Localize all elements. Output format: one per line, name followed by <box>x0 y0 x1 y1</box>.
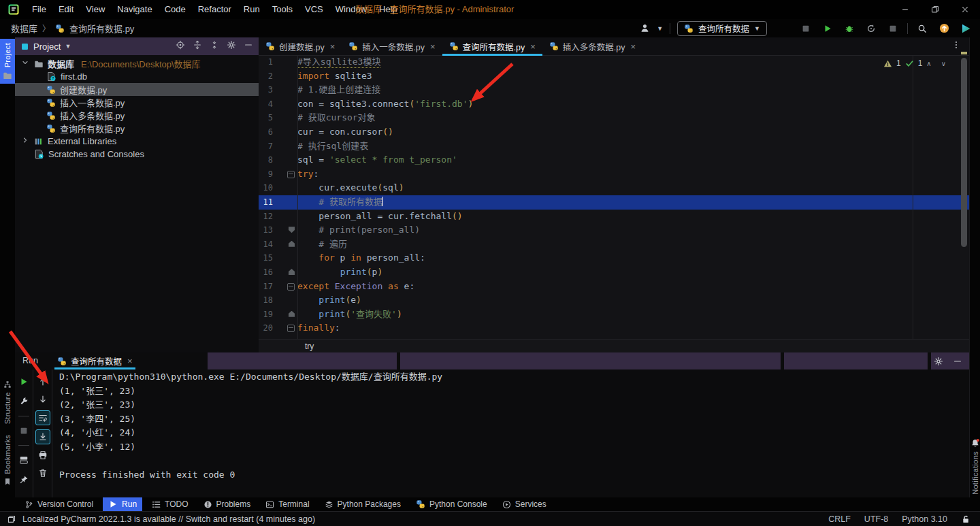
prev-occurrence-button[interactable] <box>36 375 50 389</box>
run-button[interactable] <box>820 24 835 33</box>
next-occurrence-button[interactable] <box>36 393 50 406</box>
code-line[interactable]: 11 # 获取所有数据 <box>259 195 969 210</box>
expand-all-icon[interactable] <box>193 40 202 52</box>
code-line[interactable]: 19 print('查询失败') <box>259 308 969 322</box>
code-line[interactable]: 12 person_all = cur.fetchall() <box>259 210 969 224</box>
chevron-down-icon[interactable] <box>20 59 30 69</box>
code-line[interactable]: 2import sqlite3 <box>259 69 969 84</box>
status-widget[interactable]: UTF-8 <box>864 514 888 524</box>
close-icon[interactable]: × <box>430 42 436 52</box>
toolwindow-button-run[interactable]: Run <box>103 497 142 511</box>
pin-button[interactable] <box>17 473 31 487</box>
breadcrumb[interactable]: 数据库〉查询所有数据.py <box>11 22 134 35</box>
console-line[interactable]: D:\Program\python310\python.exe E:/Docum… <box>59 370 969 384</box>
menu-vcs[interactable]: VCS <box>299 0 329 19</box>
toolwindow-button-todo[interactable]: TODO <box>146 497 193 511</box>
sidebar-item-bookmarks[interactable]: Bookmarks <box>0 431 15 497</box>
tree-item[interactable]: 插入多条数据.py <box>15 109 259 122</box>
chevron-right-icon[interactable] <box>20 136 30 146</box>
sidebar-item-notifications[interactable]: Notifications <box>970 434 980 505</box>
kebab-menu-icon[interactable] <box>943 40 969 52</box>
close-icon[interactable]: × <box>127 356 133 366</box>
console-line[interactable]: (1, '张三', 23) <box>59 384 969 399</box>
search-everywhere-button[interactable] <box>915 24 930 33</box>
editor-breadcrumbs[interactable]: try <box>259 339 969 352</box>
user-icon[interactable] <box>640 23 650 33</box>
tree-item[interactable]: 数据库E:\Documents\Desktop\数据库 <box>15 57 259 70</box>
status-widget[interactable]: CRLF <box>828 514 851 524</box>
close-icon[interactable]: × <box>530 42 536 52</box>
toolwindow-button-services[interactable]: Services <box>497 497 552 511</box>
code-editor[interactable]: 1#导入sqllite3模块2import sqlite33# 1.硬盘上创建连… <box>259 55 969 340</box>
menu-code[interactable]: Code <box>159 0 192 19</box>
code-line[interactable]: 4con = sqlite3.connect('first.db') <box>259 97 969 112</box>
menu-run[interactable]: Run <box>238 0 266 19</box>
close-icon[interactable]: × <box>330 42 336 52</box>
next-problem-chevron-icon[interactable]: ∨ <box>941 60 946 67</box>
fold-marker-icon[interactable] <box>287 325 295 332</box>
menu-navigate[interactable]: Navigate <box>111 0 158 19</box>
profiler-button[interactable] <box>864 24 879 33</box>
stop-process-button[interactable] <box>885 24 900 33</box>
toolwindow-button-problems[interactable]: Problems <box>198 497 257 511</box>
minimize-button[interactable] <box>890 0 920 19</box>
minimize-icon[interactable] <box>953 357 962 366</box>
code-line[interactable]: 16 print(p) <box>259 265 969 280</box>
code-line[interactable]: 15 for p in person_all: <box>259 251 969 265</box>
sidebar-item-structure[interactable]: Structure <box>0 376 15 433</box>
toolwindow-button-version-control[interactable]: Version Control <box>19 497 99 511</box>
menu-view[interactable]: View <box>80 0 111 19</box>
code-line[interactable]: 7# 执行sql创建表 <box>259 139 969 154</box>
menu-file[interactable]: File <box>26 0 52 19</box>
status-widget[interactable]: Python 3.10 <box>902 514 947 524</box>
stop-button[interactable] <box>798 24 813 33</box>
tree-item[interactable]: 插入一条数据.py <box>15 96 259 109</box>
run-tab[interactable]: 查询所有数据 × <box>54 352 135 369</box>
stop-button[interactable] <box>17 424 31 438</box>
ide-feature-button[interactable] <box>958 23 973 34</box>
console-line[interactable]: (4, '小红', 24) <box>59 426 969 440</box>
layout-button[interactable] <box>17 453 31 467</box>
console-line[interactable] <box>59 454 969 468</box>
soft-wrap-toggle[interactable] <box>35 410 50 425</box>
breadcrumb-item-try[interactable]: try <box>305 342 314 351</box>
menu-refactor[interactable]: Refactor <box>192 0 238 19</box>
status-message[interactable]: Localized PyCharm 2022.1.3 is available … <box>22 514 315 524</box>
fold-marker-icon[interactable] <box>287 171 295 178</box>
code-line[interactable]: 14 # 遍历 <box>259 237 969 252</box>
code-line[interactable]: 5# 获取cursor对象 <box>259 111 969 125</box>
tree-item[interactable]: Scratches and Consoles <box>15 148 259 161</box>
console-line[interactable]: (3, '李四', 25) <box>59 412 969 427</box>
close-icon[interactable]: × <box>631 42 636 52</box>
chevron-down-icon[interactable]: ▼ <box>65 43 71 50</box>
inspections-widget[interactable]: 1 1 ∧ ∨ <box>883 59 946 68</box>
menu-edit[interactable]: Edit <box>52 0 80 19</box>
print-button[interactable] <box>36 448 50 462</box>
editor-tab[interactable]: 创建数据.py× <box>259 37 342 55</box>
project-panel-title[interactable]: Project <box>33 42 61 52</box>
code-line[interactable]: 1#导入sqllite3模块 <box>259 55 969 69</box>
fold-marker-icon[interactable] <box>289 311 295 317</box>
run-console-output[interactable]: D:\Program\python310\python.exe E:/Docum… <box>52 369 969 497</box>
toolwindow-button-terminal[interactable]: Terminal <box>260 497 314 511</box>
console-line[interactable]: (2, '张三', 23) <box>59 398 969 412</box>
menu-tools[interactable]: Tools <box>266 0 299 19</box>
breadcrumb-item[interactable]: 数据库 <box>11 22 37 35</box>
editor-tab[interactable]: 插入一条数据.py× <box>342 37 442 55</box>
update-button[interactable] <box>936 23 951 33</box>
code-line[interactable]: 8sql = 'select * from t_person' <box>259 153 969 167</box>
locate-icon[interactable] <box>176 40 185 52</box>
tree-item[interactable]: 查询所有数据.py <box>15 122 259 135</box>
code-line[interactable]: 9try: <box>259 167 969 182</box>
fold-marker-icon[interactable] <box>289 227 295 233</box>
tree-item[interactable]: 创建数据.py <box>15 83 259 96</box>
chevron-down-icon[interactable]: ▼ <box>657 25 663 32</box>
fold-marker-icon[interactable] <box>289 269 295 275</box>
console-line[interactable]: Process finished with exit code 0 <box>59 468 969 482</box>
console-line[interactable]: (5, '小李', 12) <box>59 440 969 455</box>
code-line[interactable]: 6cur = con.cursor() <box>259 125 969 139</box>
rerun-button[interactable] <box>17 375 31 389</box>
fold-marker-icon[interactable] <box>287 283 295 291</box>
error-stripe-mark[interactable] <box>961 52 967 54</box>
toolwindow-button-python-packages[interactable]: Python Packages <box>319 497 406 511</box>
